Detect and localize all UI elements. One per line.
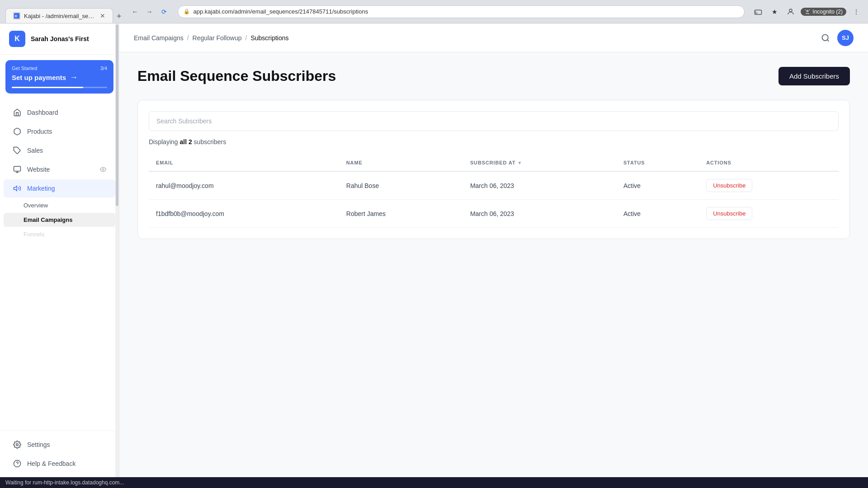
svg-rect-2 xyxy=(755,10,762,14)
sidebar-item-website[interactable]: Website xyxy=(4,160,115,178)
col-status: STATUS xyxy=(616,155,699,171)
sidebar-item-marketing[interactable]: Marketing xyxy=(4,179,115,197)
browser-tabs: K Kajabi - /admin/email_sequence... ✕ + xyxy=(5,0,125,23)
sidebar-subitem-funnels[interactable]: Funnels xyxy=(4,227,115,241)
get-started-action-text: Set up payments xyxy=(12,74,66,81)
incognito-label: Incognito (2) xyxy=(812,9,843,15)
svg-rect-6 xyxy=(14,166,21,171)
col-name: NAME xyxy=(339,155,463,171)
svg-text:K: K xyxy=(15,14,18,18)
row1-email: rahul@moodjoy.com xyxy=(149,171,339,200)
cast-icon[interactable] xyxy=(752,5,764,18)
svg-point-9 xyxy=(102,169,104,171)
get-started-label: Get Started 3/4 xyxy=(12,66,107,71)
content-card: Displaying all 2 subscribers EMAIL NAME … xyxy=(137,100,850,239)
row1-subscribed-at: March 06, 2023 xyxy=(463,171,616,200)
table-header: EMAIL NAME SUBSCRIBED AT ▼ STATUS ACTION… xyxy=(149,155,839,171)
url-text: app.kajabi.com/admin/email_sequences/214… xyxy=(193,8,368,15)
nav-section: Dashboard Products Sales xyxy=(0,99,119,245)
add-subscribers-button[interactable]: Add Subscribers xyxy=(778,67,850,85)
sidebar-item-products[interactable]: Products xyxy=(4,122,115,141)
main-content: Email Campaigns / Regular Followup / Sub… xyxy=(119,23,868,477)
status-bar-text: Waiting for rum-http-intake.logs.datadog… xyxy=(5,479,124,486)
profile-icon[interactable] xyxy=(784,5,797,18)
tab-close-button[interactable]: ✕ xyxy=(100,12,105,19)
breadcrumb-regular-followup[interactable]: Regular Followup xyxy=(193,34,242,42)
browser-tab-active[interactable]: K Kajabi - /admin/email_sequence... ✕ xyxy=(5,8,113,23)
progress-fill xyxy=(12,87,83,88)
header-actions: SJ xyxy=(821,30,854,46)
menu-dots-button[interactable]: ⋮ xyxy=(850,5,863,18)
nav-controls: ← → ⟳ xyxy=(129,5,170,18)
sidebar-item-label-products: Products xyxy=(27,128,106,135)
monitor-icon xyxy=(13,165,22,174)
svg-line-14 xyxy=(827,40,829,42)
sidebar-subitem-email-campaigns[interactable]: Email Campaigns xyxy=(4,213,115,227)
sidebar-bottom: Settings Help & Feedback xyxy=(0,431,119,477)
display-info-count: all 2 xyxy=(179,138,192,145)
brand-name: Sarah Jonas's First xyxy=(31,35,89,42)
sidebar-subitem-overview[interactable]: Overview xyxy=(4,198,115,212)
sidebar-subitem-label-overview: Overview xyxy=(24,202,48,209)
svg-point-13 xyxy=(822,35,828,41)
breadcrumb-sep-2: / xyxy=(245,34,247,42)
brand-icon: K xyxy=(9,31,25,47)
row1-name: Rahul Bose xyxy=(339,171,463,200)
reload-button[interactable]: ⟳ xyxy=(158,5,170,18)
app-header: Email Campaigns / Regular Followup / Sub… xyxy=(119,23,868,52)
page-content: Email Sequence Subscribers Add Subscribe… xyxy=(119,52,868,477)
col-email: EMAIL xyxy=(149,155,339,171)
col-actions: ACTIONS xyxy=(699,155,839,171)
sidebar-scrollbar xyxy=(115,23,119,477)
tab-favicon: K xyxy=(13,12,20,19)
tab-title: Kajabi - /admin/email_sequence... xyxy=(24,13,96,19)
search-input[interactable] xyxy=(149,111,839,131)
incognito-badge: Incognito (2) xyxy=(801,8,846,16)
row2-status: Active xyxy=(616,200,699,228)
sidebar: K Sarah Jonas's First Get Started 3/4 Se… xyxy=(0,23,119,477)
col-subscribed-at[interactable]: SUBSCRIBED AT ▼ xyxy=(463,155,616,171)
sidebar-item-label-website: Website xyxy=(27,166,94,173)
sidebar-item-label-help: Help & Feedback xyxy=(27,460,106,467)
search-button[interactable] xyxy=(821,33,830,42)
display-info-prefix: Displaying xyxy=(149,138,179,145)
sidebar-subitem-label-email-campaigns: Email Campaigns xyxy=(24,216,72,223)
tag-icon xyxy=(13,146,22,155)
lock-icon: 🔒 xyxy=(184,9,190,14)
row2-email: f1bdfb0b@moodjoy.com xyxy=(149,200,339,228)
unsubscribe-button-1[interactable]: Unsubscribe xyxy=(706,179,752,192)
table-row: rahul@moodjoy.com Rahul Bose March 06, 2… xyxy=(149,171,839,200)
get-started-card[interactable]: Get Started 3/4 Set up payments → xyxy=(5,60,113,94)
back-button[interactable]: ← xyxy=(129,5,142,18)
row2-actions: Unsubscribe xyxy=(699,200,839,228)
table-row: f1bdfb0b@moodjoy.com Robert James March … xyxy=(149,200,839,228)
row1-actions: Unsubscribe xyxy=(699,171,839,200)
get-started-progress: 3/4 xyxy=(100,66,107,71)
page-title-row: Email Sequence Subscribers Add Subscribe… xyxy=(137,67,850,85)
address-bar[interactable]: 🔒 app.kajabi.com/admin/email_sequences/2… xyxy=(178,5,745,18)
forward-button[interactable]: → xyxy=(143,5,156,18)
unsubscribe-button-2[interactable]: Unsubscribe xyxy=(706,207,752,220)
browser-chrome: K Kajabi - /admin/email_sequence... ✕ + … xyxy=(0,0,868,23)
sidebar-item-sales[interactable]: Sales xyxy=(4,141,115,160)
sidebar-item-help[interactable]: Help & Feedback xyxy=(4,455,115,473)
arrow-right-icon: → xyxy=(70,73,78,82)
browser-actions: ★ Incognito (2) ⋮ xyxy=(752,5,863,18)
sidebar-item-dashboard[interactable]: Dashboard xyxy=(4,103,115,122)
bookmark-icon[interactable]: ★ xyxy=(768,5,781,18)
new-tab-button[interactable]: + xyxy=(113,10,125,23)
subscribers-table: EMAIL NAME SUBSCRIBED AT ▼ STATUS ACTION… xyxy=(149,155,839,228)
gear-icon xyxy=(13,440,22,449)
get-started-action: Set up payments → xyxy=(12,73,107,82)
avatar[interactable]: SJ xyxy=(837,30,854,46)
brand-icon-text: K xyxy=(14,35,20,43)
svg-point-4 xyxy=(807,10,809,12)
question-icon xyxy=(13,459,22,468)
breadcrumb-email-campaigns[interactable]: Email Campaigns xyxy=(134,34,184,42)
sidebar-item-label-marketing: Marketing xyxy=(27,185,106,192)
table-body: rahul@moodjoy.com Rahul Bose March 06, 2… xyxy=(149,171,839,228)
sort-icon: ▼ xyxy=(517,160,522,165)
sidebar-item-settings[interactable]: Settings xyxy=(4,436,115,454)
progress-bar xyxy=(12,87,107,88)
sidebar-item-label-dashboard: Dashboard xyxy=(27,109,106,116)
